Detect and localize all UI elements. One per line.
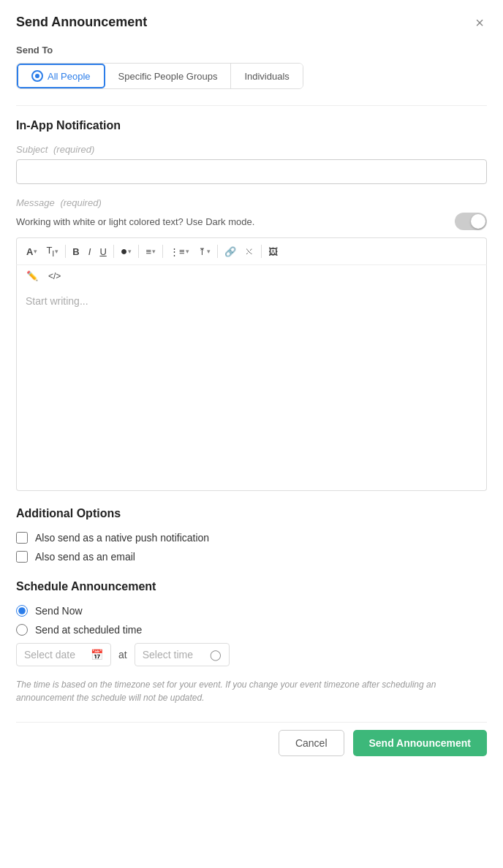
send-to-label: Send To: [16, 45, 487, 56]
subject-input[interactable]: [16, 159, 487, 184]
schedule-section: Schedule Announcement Send Now Send at s…: [16, 580, 487, 704]
toolbar-align-btn[interactable]: ≡ ▾: [142, 244, 159, 259]
toolbar-underline-btn[interactable]: U: [96, 244, 110, 259]
divider-1: [16, 105, 487, 106]
send-announcement-modal: Send Announcement × Send To All People S…: [0, 0, 503, 868]
toolbar-paint-btn[interactable]: ✏️: [23, 268, 42, 283]
send-now-label[interactable]: Send Now: [35, 605, 83, 617]
time-picker[interactable]: Select time ◯: [135, 643, 230, 666]
tab-individuals[interactable]: Individuals: [231, 64, 302, 88]
email-label[interactable]: Also send as an email: [35, 551, 135, 563]
send-announcement-button[interactable]: Send Announcement: [353, 730, 488, 756]
message-label: Message (required): [16, 197, 487, 208]
editor-content-area[interactable]: Start writing...: [16, 286, 487, 491]
email-row: Also send as an email: [16, 551, 487, 563]
at-label: at: [118, 649, 127, 660]
footer-actions: Cancel Send Announcement: [16, 722, 487, 756]
clock-icon: ◯: [210, 649, 222, 660]
send-scheduled-radio[interactable]: [16, 624, 28, 636]
editor-placeholder: Start writing...: [26, 295, 88, 307]
toolbar-bold-btn[interactable]: B: [69, 244, 83, 259]
send-scheduled-label[interactable]: Send at scheduled time: [35, 624, 142, 636]
toolbar-sep2: [113, 245, 114, 258]
calendar-icon: 📅: [91, 649, 103, 660]
toolbar-italic-btn[interactable]: I: [85, 244, 95, 259]
additional-options-section: Additional Options Also send as a native…: [16, 507, 487, 563]
toolbar-link-btn[interactable]: 🔗: [221, 244, 240, 259]
schedule-heading: Schedule Announcement: [16, 580, 487, 593]
toolbar-sep3: [138, 245, 139, 258]
cancel-button[interactable]: Cancel: [279, 730, 344, 756]
toolbar-row1: A ▾ TI ▾ B I U ● ▾ ≡: [23, 243, 281, 260]
tab-specific-groups[interactable]: Specific People Groups: [105, 64, 232, 88]
send-now-row: Send Now: [16, 605, 487, 617]
toolbar-code-btn[interactable]: </>: [45, 269, 64, 283]
toolbar-bullet-btn[interactable]: ⋮≡ ▾: [166, 244, 193, 259]
send-now-radio[interactable]: [16, 605, 28, 617]
date-picker[interactable]: Select date 📅: [16, 643, 111, 666]
time-placeholder: Select time: [143, 649, 193, 660]
datetime-row: Select date 📅 at Select time ◯: [16, 643, 487, 666]
dark-mode-row: Working with white or light colored text…: [16, 213, 487, 230]
toolbar-color-btn[interactable]: ● ▾: [117, 243, 136, 260]
modal-header: Send Announcement ×: [16, 15, 487, 30]
email-checkbox[interactable]: [16, 551, 28, 563]
tab-all-people[interactable]: All People: [17, 64, 105, 88]
toolbar-sep5: [217, 245, 218, 258]
close-button[interactable]: ×: [472, 15, 487, 30]
subject-label: Subject (required): [16, 144, 487, 155]
toolbar-numlist-btn[interactable]: ⤒ ▾: [194, 244, 214, 259]
toolbar-textsize-btn[interactable]: TI ▾: [42, 243, 62, 260]
dark-mode-toggle[interactable]: [455, 213, 487, 230]
in-app-heading: In-App Notification: [16, 119, 487, 132]
push-notification-checkbox[interactable]: [16, 532, 28, 544]
toolbar-sep1: [65, 245, 66, 258]
toolbar-font-btn[interactable]: A ▾: [23, 244, 41, 259]
dark-mode-text: Working with white or light colored text…: [16, 216, 254, 227]
additional-options-heading: Additional Options: [16, 507, 487, 520]
all-people-icon: [31, 70, 43, 82]
toolbar-sep4: [162, 245, 163, 258]
push-notification-label[interactable]: Also send as a native push notification: [35, 532, 209, 544]
timezone-note: The time is based on the timezone set fo…: [16, 678, 487, 704]
editor-toolbar: A ▾ TI ▾ B I U ● ▾ ≡: [16, 237, 487, 264]
toolbar-sep6: [261, 245, 262, 258]
send-scheduled-row: Send at scheduled time: [16, 624, 487, 636]
send-to-tabs: All People Specific People Groups Indivi…: [16, 63, 303, 89]
modal-title: Send Announcement: [16, 15, 147, 30]
toolbar-unlink-btn[interactable]: ⛌: [241, 244, 258, 259]
date-placeholder: Select date: [24, 649, 75, 660]
toolbar-image-btn[interactable]: 🖼: [265, 244, 281, 259]
push-notification-row: Also send as a native push notification: [16, 532, 487, 544]
